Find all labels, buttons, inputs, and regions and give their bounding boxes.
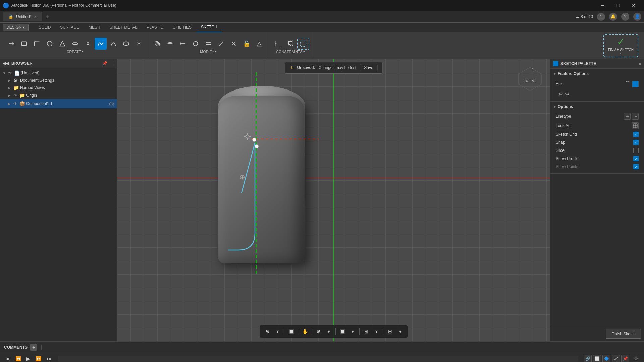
- settings-icon-button[interactable]: ⚙: [632, 355, 640, 362]
- frame-icon[interactable]: ⬜: [593, 355, 601, 362]
- timeline[interactable]: [58, 356, 578, 362]
- help-icon[interactable]: ?: [621, 13, 629, 21]
- browser-item-origin[interactable]: ▶ 👁 📁 Origin: [0, 92, 117, 99]
- tab-sketch[interactable]: SKETCH: [196, 23, 222, 32]
- viewport-pan-tool[interactable]: ✋: [300, 327, 310, 336]
- tab-sheet-metal[interactable]: SHEET METAL: [105, 23, 142, 32]
- close-button[interactable]: ✕: [626, 0, 641, 11]
- collapse-browser-button[interactable]: ◀◀: [3, 61, 9, 66]
- pin-icon[interactable]: 📌: [621, 355, 629, 362]
- cross-tool-icon[interactable]: [228, 38, 240, 50]
- user-avatar[interactable]: 👤: [633, 13, 641, 21]
- viewport-zoom-tool[interactable]: ⊕: [314, 327, 323, 336]
- bell-icon[interactable]: 🔔: [609, 13, 617, 21]
- tab-solid[interactable]: SOLID: [34, 23, 55, 32]
- viewport[interactable]: ⚠ Unsaved: Changes may be lost Save: [117, 59, 550, 341]
- rectangle-tool-icon[interactable]: [18, 38, 30, 50]
- constraints-label[interactable]: CONSTRAINTS ▾: [276, 50, 305, 54]
- hatch-tool-icon[interactable]: [151, 38, 163, 50]
- eye-icon[interactable]: 👁: [13, 101, 19, 106]
- line-tool-icon[interactable]: [5, 38, 17, 50]
- viewport-grid-tool[interactable]: ⊞: [362, 327, 371, 336]
- step-forward-button[interactable]: ⏩: [34, 355, 43, 362]
- tab-utilities[interactable]: UTILITIES: [168, 23, 196, 32]
- ellipse-tool-icon[interactable]: [120, 38, 132, 50]
- extend-tool-icon[interactable]: [177, 38, 189, 50]
- arc-option-icon-1[interactable]: ↩: [558, 91, 563, 97]
- step-end-button[interactable]: ⏭: [45, 355, 53, 362]
- viewport-cursor-tool[interactable]: ⊕: [263, 327, 272, 336]
- circle2-tool-icon[interactable]: [190, 38, 202, 50]
- select-box-icon[interactable]: [297, 38, 309, 50]
- conic-tool-icon[interactable]: [107, 38, 119, 50]
- save-button[interactable]: Save: [360, 64, 377, 71]
- equal-tool-icon[interactable]: [202, 38, 214, 50]
- active-tab[interactable]: 🔒 Untitled* ✕: [3, 12, 42, 21]
- sketch-grid-checkbox[interactable]: ✓: [633, 132, 639, 137]
- tab-surface[interactable]: SURFACE: [55, 23, 84, 32]
- viewport-display-tool[interactable]: 🔲: [338, 327, 347, 336]
- minimize-button[interactable]: ─: [595, 0, 610, 11]
- show-points-checkbox[interactable]: ✓: [633, 164, 639, 169]
- trim-tool-icon[interactable]: ✂: [133, 38, 145, 50]
- slash-tool-icon[interactable]: [215, 38, 227, 50]
- linetype-dashed-icon[interactable]: [632, 113, 639, 120]
- pen-icon[interactable]: 🖊: [612, 355, 620, 362]
- link-icon[interactable]: 🔗: [584, 355, 592, 362]
- arc-option-icon-2[interactable]: ↪: [565, 91, 569, 97]
- viewport-grid-dropdown[interactable]: ▾: [372, 327, 381, 336]
- image-icon[interactable]: 🖼: [284, 38, 297, 50]
- browser-item-component1[interactable]: ▶ 👁 📦 Component1:1 ◎: [0, 99, 117, 108]
- new-tab-button[interactable]: +: [43, 12, 52, 21]
- step-start-button[interactable]: ⏮: [4, 355, 11, 362]
- look-at-icon[interactable]: [632, 122, 639, 129]
- finish-sketch-button[interactable]: ✓ FINISH SKETCH ▾: [603, 34, 638, 57]
- sketch-palette-expand-button[interactable]: »: [639, 61, 641, 66]
- viewport-cursor-dropdown[interactable]: ▾: [273, 327, 282, 336]
- spline-tool-icon[interactable]: [95, 38, 107, 50]
- arc-curve-icon[interactable]: ⌒: [625, 80, 631, 88]
- snap-checkbox[interactable]: ✓: [633, 140, 639, 145]
- add-comment-button[interactable]: +: [30, 344, 37, 351]
- viewport-view-dropdown[interactable]: ▾: [395, 327, 405, 336]
- move-handle-icon[interactable]: ⊕: [238, 173, 246, 181]
- eye-icon[interactable]: 👁: [8, 71, 14, 75]
- browser-item-unsaved[interactable]: ▼ 👁 📄 (Unsaved): [0, 69, 117, 77]
- tab-mesh[interactable]: MESH: [84, 23, 105, 32]
- options-header[interactable]: ▼ Options: [553, 104, 641, 109]
- corner-arc-tool-icon[interactable]: [31, 38, 43, 50]
- offset-tool-icon[interactable]: [164, 38, 176, 50]
- notification-icon[interactable]: 1: [597, 13, 605, 21]
- play-button[interactable]: ▶: [25, 355, 32, 362]
- slot-tool-icon[interactable]: [69, 38, 81, 50]
- viewport-view-tool[interactable]: ⊟: [385, 327, 395, 336]
- tab-close-icon[interactable]: ✕: [34, 15, 37, 19]
- shape-icon[interactable]: 🔷: [602, 355, 610, 362]
- browser-item-named-views[interactable]: ▶ 📁 Named Views: [0, 84, 117, 92]
- triangle-tool-icon[interactable]: [56, 38, 68, 50]
- maximize-button[interactable]: □: [610, 0, 626, 11]
- viewport-orbit-tool[interactable]: 🔲: [286, 327, 296, 336]
- eye-icon[interactable]: 👁: [13, 93, 19, 98]
- collapse-right-icon[interactable]: │: [112, 61, 115, 66]
- point-tool-icon[interactable]: [82, 38, 94, 50]
- tab-plastic[interactable]: PLASTIC: [142, 23, 168, 32]
- lock-tool-icon[interactable]: 🔒: [240, 38, 253, 50]
- linetype-solid-icon[interactable]: [624, 113, 631, 120]
- show-profile-checkbox[interactable]: ✓: [633, 156, 639, 161]
- circle-tool-icon[interactable]: [44, 38, 56, 50]
- viewport-display-dropdown[interactable]: ▾: [348, 327, 357, 336]
- pin-browser-icon[interactable]: 📌: [102, 61, 107, 66]
- create-label[interactable]: CREATE ▾: [67, 50, 84, 54]
- step-back-button[interactable]: ⏪: [14, 355, 22, 362]
- feature-options-header[interactable]: ▼ Feature Options: [553, 71, 641, 76]
- measure-icon[interactable]: [272, 38, 284, 50]
- browser-item-doc-settings[interactable]: ▶ ⚙ Document Settings: [0, 77, 117, 84]
- finish-sketch-palette-button[interactable]: Finish Sketch: [606, 329, 641, 339]
- arc-color-swatch[interactable]: [632, 81, 639, 87]
- navigation-cube[interactable]: FRONT Z: [517, 66, 543, 94]
- viewport-zoom-dropdown[interactable]: ▾: [324, 327, 333, 336]
- slice-checkbox[interactable]: [633, 148, 639, 153]
- modify-label[interactable]: MODIFY ▾: [200, 50, 217, 54]
- design-dropdown-button[interactable]: DESIGN ▾: [3, 24, 29, 31]
